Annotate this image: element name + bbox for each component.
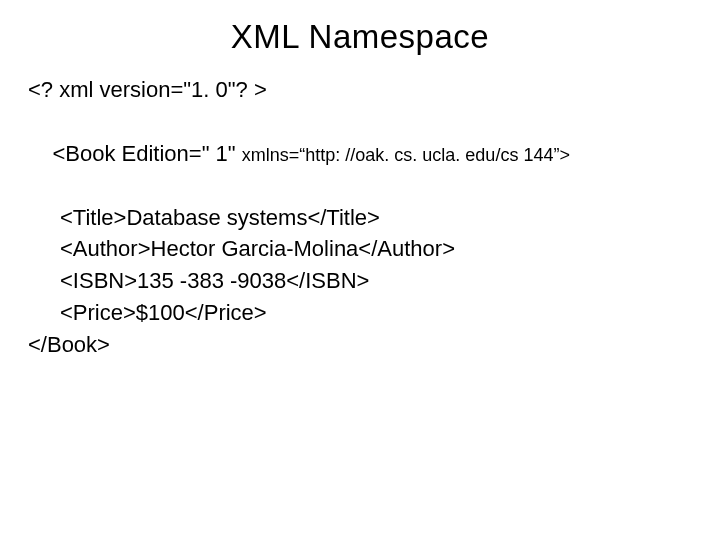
xml-book-open-attrs: <Book Edition=" 1" (52, 141, 241, 166)
xml-declaration: <? xml version="1. 0"? > (28, 74, 692, 106)
xml-isbn-element: <ISBN>135 -383 -9038</ISBN> (28, 265, 692, 297)
xml-code-block: <? xml version="1. 0"? > <Book Edition="… (28, 74, 692, 361)
xml-book-open: <Book Edition=" 1" xmlns=“http: //oak. c… (28, 106, 692, 202)
page-title: XML Namespace (28, 18, 692, 56)
xml-title-element: <Title>Database systems</Title> (28, 202, 692, 234)
xml-book-close: </Book> (28, 329, 692, 361)
xml-namespace-attr: xmlns=“http: //oak. cs. ucla. edu/cs 144… (242, 145, 570, 165)
xml-price-element: <Price>$100</Price> (28, 297, 692, 329)
xml-author-element: <Author>Hector Garcia-Molina</Author> (28, 233, 692, 265)
